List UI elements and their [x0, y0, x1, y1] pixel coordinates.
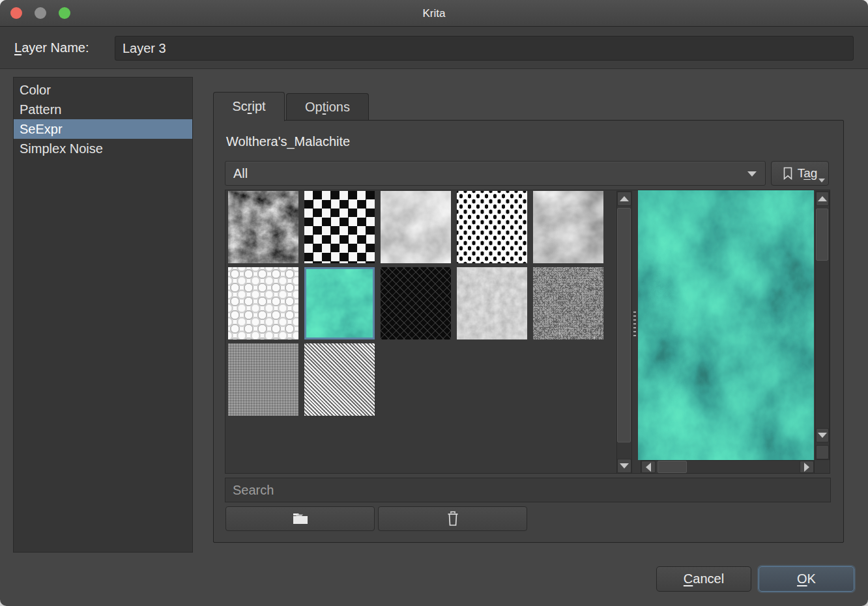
scroll-left-button[interactable]	[641, 461, 656, 473]
generator-type-color[interactable]: Color	[14, 80, 192, 100]
scroll-down-button[interactable]	[816, 428, 829, 442]
preview-vscroll-thumb[interactable]	[816, 209, 828, 261]
scroll-down-button[interactable]	[617, 459, 631, 473]
tag-button-label: Tag	[798, 166, 818, 180]
preview-vertical-scrollbar[interactable]	[815, 191, 830, 460]
pattern-thumb-bw-triangle-mosaic[interactable]	[304, 191, 375, 263]
malachite-preview-image	[638, 190, 814, 460]
folder-icon	[292, 512, 309, 526]
generator-type-simplex-noise[interactable]: Simplex Noise	[14, 139, 192, 158]
pattern-browser	[225, 190, 830, 474]
arrow-up-icon	[620, 196, 629, 201]
menu-caret-icon	[818, 179, 825, 182]
pattern-thumb-diagonal-weave[interactable]	[304, 343, 375, 416]
bookmark-icon	[783, 167, 793, 180]
scroll-right-button[interactable]	[800, 461, 814, 473]
generator-type-list[interactable]: ColorPatternSeExprSimplex Noise	[13, 77, 193, 553]
layer-name-input[interactable]	[115, 36, 854, 61]
arrow-down-icon	[818, 433, 827, 438]
trash-icon	[446, 510, 460, 527]
chevron-down-icon	[747, 171, 757, 177]
layer-name-row: Layer Name:	[0, 27, 868, 69]
pattern-thumb-gray-smoke[interactable]	[381, 191, 451, 263]
arrow-down-icon	[620, 463, 629, 469]
window-title: Krita	[0, 0, 868, 27]
arrow-left-icon	[646, 463, 651, 472]
tag-button[interactable]: Tag	[771, 161, 829, 186]
cancel-button[interactable]: Cancel	[656, 566, 751, 592]
grid-scroll-thumb[interactable]	[617, 208, 631, 442]
ok-button[interactable]: OK	[759, 566, 854, 592]
preview-hscroll-thumb[interactable]	[658, 461, 687, 473]
generator-type-seexpr[interactable]: SeExpr	[14, 119, 192, 139]
pattern-thumb-fine-dot-grid[interactable]	[228, 343, 298, 416]
tag-filter-dropdown[interactable]: All	[225, 161, 766, 186]
pattern-thumb-halftone-dots[interactable]	[457, 191, 527, 263]
scrollbar-corner	[816, 445, 829, 459]
scroll-up-button[interactable]	[816, 192, 829, 206]
pattern-thumb-dark-maze[interactable]	[381, 267, 451, 339]
splitter-handle[interactable]	[633, 311, 636, 338]
pattern-thumb-wolthera-malachite[interactable]	[304, 267, 375, 339]
layer-name-label: Layer Name:	[14, 27, 89, 69]
tab-script[interactable]: Script	[213, 92, 285, 121]
pattern-thumb-gray-clouds[interactable]	[533, 191, 603, 263]
arrow-right-icon	[804, 463, 809, 472]
selected-resource-name: Wolthera's_Malachite	[226, 134, 350, 149]
titlebar[interactable]: Krita	[0, 0, 868, 27]
pattern-preview[interactable]	[638, 190, 814, 460]
import-resource-button[interactable]	[225, 506, 375, 531]
pattern-thumb-white-ring-lattice[interactable]	[228, 267, 298, 339]
pattern-thumb-speckle-noise[interactable]	[533, 267, 603, 339]
tab-options[interactable]: Options	[286, 93, 369, 120]
pattern-grid	[228, 191, 614, 416]
search-input[interactable]	[225, 478, 831, 502]
arrow-up-icon	[818, 196, 827, 201]
grid-vertical-scrollbar[interactable]	[616, 191, 632, 474]
tag-filter-value: All	[233, 162, 248, 185]
pattern-thumb-dark-marble-noise[interactable]	[228, 191, 298, 263]
delete-resource-button[interactable]	[378, 506, 527, 531]
generator-type-pattern[interactable]: Pattern	[14, 100, 192, 119]
krita-dialog-window: Krita Layer Name: ColorPatternSeExprSimp…	[0, 0, 868, 606]
pattern-thumb-gray-concrete[interactable]	[457, 267, 527, 339]
preview-horizontal-scrollbar[interactable]	[641, 460, 815, 474]
scroll-up-button[interactable]	[617, 192, 631, 206]
